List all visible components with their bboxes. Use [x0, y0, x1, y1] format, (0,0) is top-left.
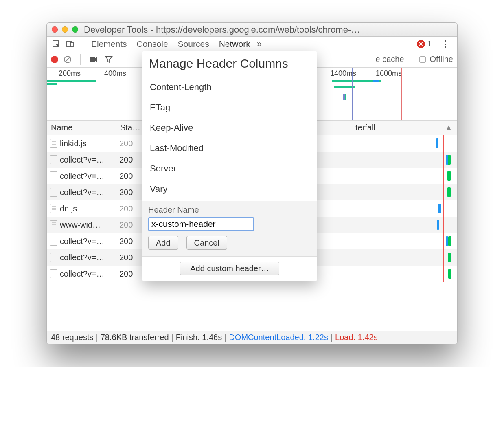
- load-line: [443, 266, 444, 282]
- add-header-form: Header Name Add Cancel: [142, 201, 317, 256]
- col-name[interactable]: Name: [47, 121, 116, 135]
- load-line: [443, 249, 444, 266]
- load-line: [443, 217, 444, 233]
- request-name: collect?v=…: [60, 171, 105, 181]
- request-status: 200: [116, 253, 144, 262]
- status-finish: Finish: 1.46s: [176, 333, 222, 342]
- request-status: 200: [116, 237, 144, 246]
- waterfall-bar: [438, 204, 441, 213]
- device-toggle-icon[interactable]: [64, 38, 76, 50]
- waterfall-bar: [447, 171, 451, 181]
- status-dcl: DOMContentLoaded: 1.22s: [229, 333, 328, 342]
- popover-title: Manage Header Columns: [142, 51, 317, 75]
- request-status: 200: [116, 204, 144, 213]
- file-icon: [50, 237, 57, 246]
- col-status[interactable]: Sta…: [116, 121, 144, 135]
- header-column-item[interactable]: Vary: [142, 179, 317, 199]
- tab-console[interactable]: Console: [132, 38, 173, 50]
- request-status: 200: [116, 171, 144, 181]
- offline-checkbox[interactable]: [419, 56, 426, 63]
- devtools-window: Developer Tools - https://developers.goo…: [46, 22, 458, 344]
- header-column-item[interactable]: Keep-Alive: [142, 118, 317, 138]
- col-waterfall[interactable]: terfall ▲: [351, 121, 457, 135]
- timeline-tick: 1600ms: [366, 69, 412, 78]
- waterfall-cell: [351, 249, 457, 266]
- more-tabs-icon[interactable]: »: [257, 39, 262, 49]
- file-icon: [50, 171, 57, 180]
- timeline-tick: 200ms: [47, 69, 92, 78]
- waterfall-cell: [351, 217, 457, 233]
- request-name: collect?v=…: [60, 269, 105, 279]
- add-custom-header-button[interactable]: Add custom header…: [180, 262, 279, 275]
- kebab-menu-icon[interactable]: ⋮: [441, 39, 450, 49]
- devtools-tabs: ElementsConsoleSourcesNetwork » ✕ 1 ⋮: [47, 37, 457, 51]
- header-column-item[interactable]: Server: [142, 158, 317, 179]
- request-status: 200: [116, 220, 144, 230]
- file-icon: [50, 204, 57, 213]
- window-title: Developer Tools - https://developers.goo…: [84, 24, 360, 35]
- waterfall-bar: [447, 187, 451, 197]
- manage-header-columns-popover: Manage Header Columns Content-LengthETag…: [142, 51, 317, 281]
- header-column-item[interactable]: Last-Modified: [142, 138, 317, 158]
- request-status: 200: [116, 155, 144, 165]
- header-name-input[interactable]: [148, 217, 254, 231]
- record-icon[interactable]: [51, 56, 58, 63]
- inspect-icon[interactable]: [50, 38, 62, 50]
- error-count: 1: [427, 39, 432, 48]
- request-status: 200: [116, 269, 144, 279]
- error-badge[interactable]: ✕ 1: [417, 39, 432, 48]
- request-status: 200: [116, 188, 144, 197]
- status-requests: 48 requests: [51, 333, 94, 342]
- request-name: collect?v=…: [60, 237, 105, 246]
- titlebar: Developer Tools - https://developers.goo…: [47, 23, 457, 37]
- filter-icon[interactable]: [103, 56, 115, 63]
- request-name: dn.js: [60, 204, 77, 213]
- add-button[interactable]: Add: [148, 236, 178, 250]
- waterfall-cell: [351, 152, 457, 168]
- cancel-button[interactable]: Cancel: [186, 236, 227, 250]
- waterfall-cell: [351, 135, 457, 152]
- timeline-tick: 400ms: [92, 69, 138, 78]
- waterfall-cell: [351, 184, 457, 200]
- separator: [412, 54, 412, 65]
- request-name: linkid.js: [60, 139, 87, 148]
- svg-rect-5: [90, 57, 95, 62]
- request-status: 200: [116, 139, 144, 148]
- sort-asc-icon: ▲: [445, 123, 453, 132]
- waterfall-cell: [351, 200, 457, 217]
- offline-label: Offline: [430, 55, 453, 64]
- load-line: [443, 200, 444, 217]
- waterfall-bar: [448, 269, 451, 279]
- close-icon[interactable]: [52, 26, 58, 33]
- header-column-item[interactable]: Content-Length: [142, 77, 317, 97]
- request-name: collect?v=…: [60, 155, 105, 165]
- disable-cache-label-partial: e cache: [375, 55, 404, 64]
- waterfall-bar: [446, 155, 448, 165]
- clear-icon[interactable]: [61, 55, 74, 64]
- maximize-icon[interactable]: [72, 26, 78, 33]
- waterfall-cell: [351, 168, 457, 184]
- file-icon: [50, 139, 57, 148]
- file-icon: [50, 220, 57, 229]
- waterfall-bar: [448, 253, 451, 262]
- status-transferred: 78.6KB transferred: [101, 333, 169, 342]
- waterfall-bar: [436, 138, 438, 148]
- header-name-label: Header Name: [148, 205, 311, 215]
- waterfall-cell: [351, 266, 457, 282]
- request-name: collect?v=…: [60, 188, 105, 197]
- header-columns-list: Content-LengthETagKeep-AliveLast-Modifie…: [142, 75, 317, 201]
- header-column-item[interactable]: ETag: [142, 97, 317, 118]
- tab-network[interactable]: Network: [214, 38, 255, 50]
- tab-sources[interactable]: Sources: [173, 38, 214, 50]
- camera-icon[interactable]: [87, 56, 99, 63]
- status-bar: 48 requests| 78.6KB transferred| Finish:…: [47, 331, 457, 344]
- file-icon: [50, 155, 57, 164]
- minimize-icon[interactable]: [62, 26, 68, 33]
- tab-elements[interactable]: Elements: [86, 38, 132, 50]
- request-name: www-wid…: [60, 220, 101, 230]
- separator: [81, 39, 81, 49]
- waterfall-bar: [437, 220, 439, 230]
- traffic-lights: [52, 26, 78, 33]
- timeline-tick: 1400ms: [320, 69, 366, 78]
- svg-line-4: [65, 57, 70, 62]
